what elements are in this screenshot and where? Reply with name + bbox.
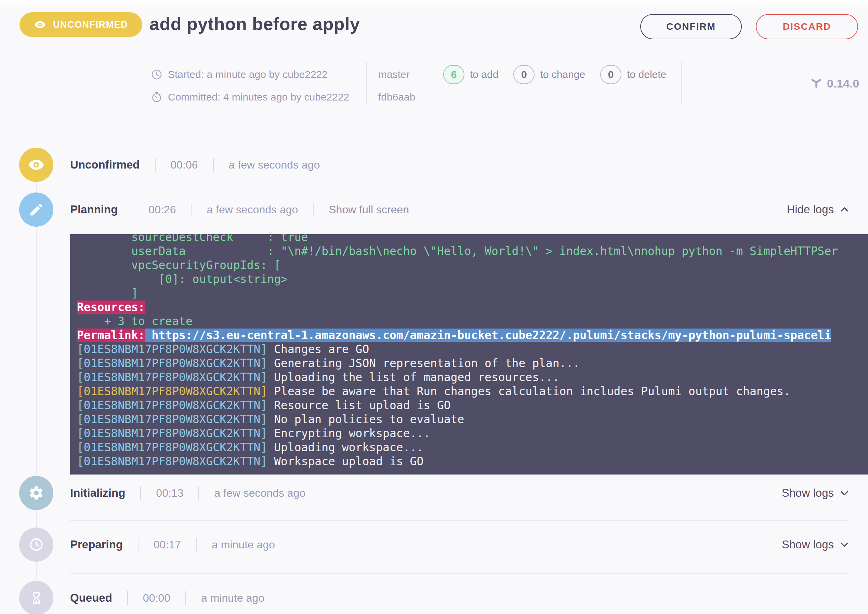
preparing-stage-icon <box>19 527 53 562</box>
log-line: [01ES8NBM17PF8P0W8XGCK2KTTN] Workspace u… <box>77 454 868 468</box>
queued-stage-icon <box>19 581 53 614</box>
to-delete-label: to delete <box>627 69 666 80</box>
stage-name: Preparing <box>70 538 123 551</box>
separator <box>138 538 138 552</box>
to-change-count: 0 <box>513 65 534 84</box>
clock-icon <box>28 537 44 552</box>
stage-duration: 00:00 <box>143 592 170 605</box>
chevron-down-icon <box>839 540 849 550</box>
meta-divider <box>366 62 367 104</box>
log-line: [01ES8NBM17PF8P0W8XGCK2KTTN] Uploading t… <box>77 370 868 384</box>
timeline-row-unconfirmed: Unconfirmed 00:06 a few seconds ago <box>0 147 868 183</box>
log-line: Permalink: https://s3.eu-central-1.amazo… <box>77 328 868 342</box>
separator <box>185 591 186 605</box>
discard-button[interactable]: DISCARD <box>756 14 858 39</box>
chevron-down-icon <box>839 488 849 498</box>
branch-name: master <box>378 67 410 82</box>
started-line: Started: a minute ago by cube2222 <box>151 67 328 82</box>
eye-icon <box>34 19 46 31</box>
terraform-version: 0.14.0 <box>810 74 859 92</box>
committed-line: Committed: 4 minutes ago by cube2222 <box>151 90 349 105</box>
status-badge: UNCONFIRMED <box>20 12 142 37</box>
separator <box>198 486 199 500</box>
separator <box>155 158 155 172</box>
unconfirmed-stage-icon <box>19 148 53 182</box>
timeline-row-initializing: Initializing 00:13 a few seconds ago Sho… <box>0 475 868 511</box>
log-line: [01ES8NBM17PF8P0W8XGCK2KTTN] Encrypting … <box>77 426 868 440</box>
separator <box>140 486 141 500</box>
hourglass-icon <box>30 591 43 605</box>
eye-icon <box>27 156 45 174</box>
clock-icon <box>151 69 163 80</box>
log-line: ] <box>77 286 868 300</box>
log-line: userData : "\n#!/bin/bash\necho \"Hello,… <box>77 244 868 258</box>
log-line: + 3 to create <box>77 314 868 328</box>
to-add-label: to add <box>470 69 498 80</box>
page-title: add python before apply <box>149 14 360 34</box>
meta-divider <box>433 62 433 104</box>
toggle-label: Show logs <box>782 487 834 499</box>
stage-duration: 00:17 <box>154 538 181 551</box>
logs-terminal[interactable]: sourceDestCheck : true userData : "\n#!/… <box>70 234 868 474</box>
separator <box>213 158 214 172</box>
committed-text: Committed: 4 minutes ago by cube2222 <box>168 91 349 103</box>
log-line: vpcSecurityGroupIds: [ <box>77 258 868 272</box>
commit-hash: fdb6aab <box>378 90 415 105</box>
separator <box>133 203 134 216</box>
show-logs-toggle[interactable]: Show logs <box>782 487 849 499</box>
to-delete-count: 0 <box>600 65 621 84</box>
stage-time: a minute ago <box>201 592 264 605</box>
timeline-row-preparing: Preparing 00:17 a minute ago Show logs <box>0 527 868 562</box>
row-divider <box>70 188 848 188</box>
row-divider <box>70 520 848 521</box>
stage-name: Planning <box>70 203 118 216</box>
row-divider <box>70 573 848 574</box>
log-line: Resources: <box>77 300 868 314</box>
log-line: [01ES8NBM17PF8P0W8XGCK2KTTN] No plan pol… <box>77 412 868 426</box>
log-line: [01ES8NBM17PF8P0W8XGCK2KTTN] Uploading w… <box>77 440 868 454</box>
planning-stage-icon <box>19 192 53 227</box>
started-text: Started: a minute ago by cube2222 <box>168 69 328 80</box>
version-text: 0.14.0 <box>827 77 859 90</box>
pencil-icon <box>28 202 44 217</box>
separator <box>127 591 128 605</box>
stage-name: Queued <box>70 591 112 605</box>
separator <box>196 538 197 552</box>
log-line: [01ES8NBM17PF8P0W8XGCK2KTTN] Resource li… <box>77 398 868 412</box>
toggle-label: Hide logs <box>787 203 834 216</box>
stage-duration: 00:26 <box>148 203 176 216</box>
toggle-label: Show logs <box>782 538 834 551</box>
show-full-screen-link[interactable]: Show full screen <box>329 203 409 216</box>
stage-time: a minute ago <box>212 538 275 551</box>
stage-duration: 00:06 <box>171 159 198 171</box>
stage-name: Initializing <box>70 487 125 499</box>
log-line: sourceDestCheck : true <box>77 234 868 244</box>
gear-icon <box>28 485 45 501</box>
show-logs-toggle[interactable]: Show logs <box>782 538 849 551</box>
initializing-stage-icon <box>19 476 53 510</box>
stopwatch-icon <box>151 91 163 103</box>
log-line: [01ES8NBM17PF8P0W8XGCK2KTTN] Generating … <box>77 356 868 370</box>
top-strip <box>0 0 868 5</box>
logs-terminal-content: sourceDestCheck : true userData : "\n#!/… <box>70 234 868 468</box>
status-badge-label: UNCONFIRMED <box>53 20 128 30</box>
confirm-button[interactable]: CONFIRM <box>640 14 742 39</box>
terraform-icon <box>810 77 823 90</box>
stage-time: a few seconds ago <box>207 203 298 216</box>
changes-summary: 6 to add 0 to change 0 to delete <box>443 65 666 84</box>
chevron-up-icon <box>839 205 849 215</box>
separator <box>313 203 314 216</box>
stage-time: a few seconds ago <box>214 487 306 499</box>
log-line: [01ES8NBM17PF8P0W8XGCK2KTTN] Please be a… <box>77 384 868 398</box>
to-change-label: to change <box>540 69 585 80</box>
separator <box>191 203 191 216</box>
stage-name: Unconfirmed <box>70 158 140 171</box>
log-line: [0]: output<string> <box>77 272 868 286</box>
timeline-row-queued: Queued 00:00 a minute ago <box>0 580 868 614</box>
meta-divider <box>681 62 682 104</box>
log-line: [01ES8NBM17PF8P0W8XGCK2KTTN] Changes are… <box>77 342 868 356</box>
stage-time: a few seconds ago <box>229 159 320 171</box>
hide-logs-toggle[interactable]: Hide logs <box>787 203 849 216</box>
to-add-count: 6 <box>443 65 464 84</box>
timeline-row-planning: Planning 00:26 a few seconds ago Show fu… <box>0 192 868 227</box>
